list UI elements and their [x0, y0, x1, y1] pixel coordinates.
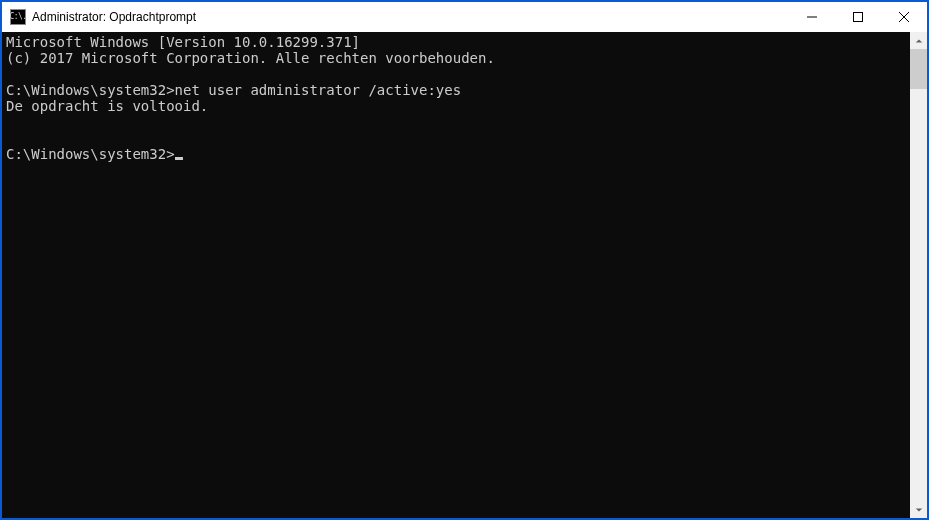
scrollbar-thumb[interactable]	[910, 49, 927, 89]
terminal-line	[6, 66, 910, 82]
titlebar[interactable]: C:\. Administrator: Opdrachtprompt	[2, 2, 927, 32]
cursor	[175, 157, 183, 160]
chevron-down-icon	[915, 506, 923, 514]
app-icon: C:\.	[10, 9, 26, 25]
vertical-scrollbar[interactable]	[910, 32, 927, 518]
terminal-line: (c) 2017 Microsoft Corporation. Alle rec…	[6, 50, 910, 66]
terminal-output[interactable]: Microsoft Windows [Version 10.0.16299.37…	[2, 32, 910, 518]
command-prompt-window: C:\. Administrator: Opdrachtprompt Micro…	[0, 0, 929, 520]
svg-rect-1	[854, 13, 863, 22]
terminal-line: De opdracht is voltooid.	[6, 98, 910, 114]
minimize-button[interactable]	[789, 2, 835, 32]
maximize-button[interactable]	[835, 2, 881, 32]
scroll-up-button[interactable]	[910, 32, 927, 49]
terminal-line: C:\Windows\system32>net user administrat…	[6, 82, 910, 98]
close-icon	[899, 12, 909, 22]
scroll-down-button[interactable]	[910, 501, 927, 518]
chevron-up-icon	[915, 37, 923, 45]
window-title: Administrator: Opdrachtprompt	[32, 10, 196, 24]
terminal-line: C:\Windows\system32>	[6, 146, 910, 162]
terminal-line	[6, 114, 910, 130]
client-area: Microsoft Windows [Version 10.0.16299.37…	[2, 32, 927, 518]
app-icon-glyph: C:\.	[9, 13, 26, 21]
window-controls	[789, 2, 927, 32]
close-button[interactable]	[881, 2, 927, 32]
terminal-line: Microsoft Windows [Version 10.0.16299.37…	[6, 34, 910, 50]
minimize-icon	[807, 12, 817, 22]
terminal-line	[6, 130, 910, 146]
scrollbar-track[interactable]	[910, 49, 927, 501]
maximize-icon	[853, 12, 863, 22]
